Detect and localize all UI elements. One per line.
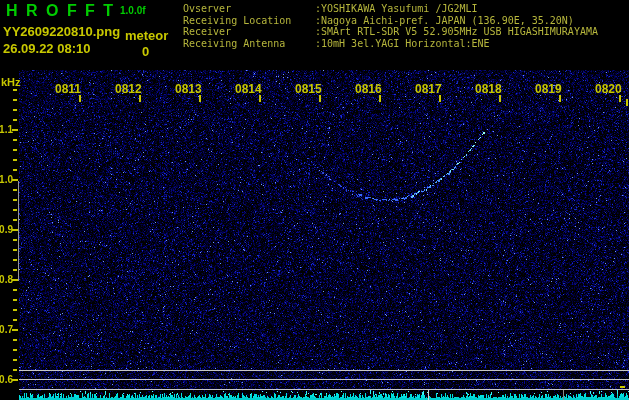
info-label: Receiving Antenna	[183, 38, 315, 50]
freq-label-1.1: 1.1	[0, 124, 13, 135]
freq-label-0.8: 0.8	[0, 274, 13, 285]
freq-label-0.6: 0.6	[0, 374, 13, 385]
meteor-count: 0	[142, 44, 149, 59]
mode-label: meteor	[125, 28, 168, 43]
hrofft-window: H R O F F T 1.0.0f YY2609220810.png mete…	[0, 0, 629, 400]
observer-info-line-0: Ovserver:YOSHIKAWA Yasufumi /JG2MLI	[183, 3, 598, 15]
info-label: Ovserver	[183, 3, 315, 15]
time-label-0818: 0818	[475, 82, 502, 96]
time-label-0812: 0812	[115, 82, 142, 96]
time-label-0817: 0817	[415, 82, 442, 96]
info-value: :10mH 3el.YAGI Horizontal:ENE	[315, 38, 490, 49]
time-label-0814: 0814	[235, 82, 262, 96]
info-label: Receiving Location	[183, 15, 315, 27]
info-value: :Nagoya Aichi-pref. JAPAN (136.90E, 35.2…	[315, 15, 574, 26]
info-value: :SMArt RTL-SDR V5 52.905MHz USB HIGASHIM…	[315, 26, 598, 37]
observer-info-line-2: Receiver:SMArt RTL-SDR V5 52.905MHz USB …	[183, 26, 598, 38]
app-version: 1.0.0f	[120, 5, 146, 16]
time-label-0820: 0820	[595, 82, 622, 96]
time-label-0813: 0813	[175, 82, 202, 96]
app-title: H R O F F T	[6, 2, 115, 20]
capture-filename: YY2609220810.png	[3, 24, 120, 39]
observer-info-line-1: Receiving Location:Nagoya Aichi-pref. JA…	[183, 15, 598, 27]
spectrogram-canvas	[0, 0, 629, 400]
capture-datetime: 26.09.22 08:10	[3, 41, 90, 56]
time-label-0815: 0815	[295, 82, 322, 96]
observer-info-block: Ovserver:YOSHIKAWA Yasufumi /JG2MLIRecei…	[183, 3, 598, 49]
time-label-0819: 0819	[535, 82, 562, 96]
freq-label-0.9: 0.9	[0, 224, 13, 235]
time-label-0816: 0816	[355, 82, 382, 96]
observer-info-line-3: Receiving Antenna:10mH 3el.YAGI Horizont…	[183, 38, 598, 50]
info-label: Receiver	[183, 26, 315, 38]
info-value: :YOSHIKAWA Yasufumi /JG2MLI	[315, 3, 478, 14]
freq-axis-unit: kHz	[1, 76, 21, 88]
freq-label-1.0: 1.0	[0, 174, 13, 185]
freq-label-0.7: 0.7	[0, 324, 13, 335]
time-label-0811: 0811	[55, 82, 81, 96]
